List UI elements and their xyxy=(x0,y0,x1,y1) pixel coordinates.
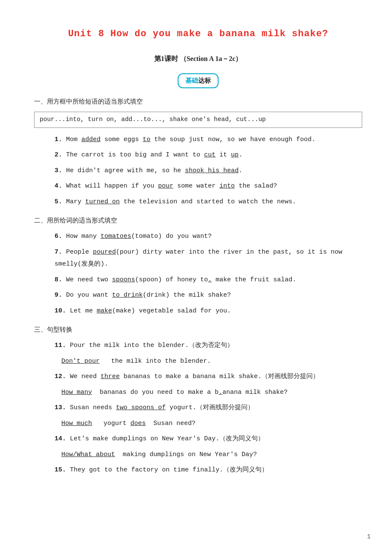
answer-line: How many bananas do you need to make a b… xyxy=(61,387,362,399)
item-num: 2. xyxy=(55,151,62,159)
page-title: Unit 8 How do you make a banana milk sha… xyxy=(34,26,362,43)
item-num: 7. xyxy=(55,249,62,256)
answer-line: Don't pour the milk into the blender. xyxy=(61,356,362,368)
list-item: 13. Susan needs two spoons of yogurt.（对画… xyxy=(44,402,362,414)
list-item: 15. They got to the factory on time fina… xyxy=(44,464,362,477)
list-item: 9. Do you want to drink(drink) the milk … xyxy=(44,289,362,302)
list-item: 12. We need three bananas to make a bana… xyxy=(44,371,362,383)
item-num: 15. xyxy=(55,466,66,474)
list-item: 11. Pour the milk into the blender.（改为否定… xyxy=(44,340,362,352)
answer-line: How/What about making dumplings on New Y… xyxy=(61,449,362,461)
section3-items: 11. Pour the milk into the blender.（改为否定… xyxy=(34,340,362,477)
list-item: 14. Let's make dumplings on New Year's D… xyxy=(44,433,362,445)
item-num: 9. xyxy=(55,292,62,299)
item-num: 1. xyxy=(55,136,62,143)
list-item: 7. People poured(pour) dirty water into … xyxy=(44,246,362,271)
list-item: 1. Mom added some eggs to the soup just … xyxy=(44,134,362,146)
list-item: 10. Let me make(make) vegetable salad fo… xyxy=(44,305,362,318)
item-num: 13. xyxy=(55,404,66,411)
list-item: 5. Mary turned on the television and sta… xyxy=(44,196,362,208)
list-item: 8. We need two spoons(spoon) of honey to… xyxy=(44,274,362,286)
item-num: 14. xyxy=(55,435,66,442)
badge-container: 基础达标 xyxy=(34,73,362,88)
item-num: 5. xyxy=(55,198,62,205)
item-num: 3. xyxy=(55,167,62,174)
badge-part1: 基 xyxy=(185,77,192,84)
badge-part3: 达标 xyxy=(198,77,211,84)
answer-line: How much yogurt does Susan need? xyxy=(61,418,362,430)
section2-heading: 二、用所给词的适当形式填空 xyxy=(34,215,362,226)
subtitle: 第1课时 （Section A 1a－2c） xyxy=(34,53,362,65)
item-num: 6. xyxy=(55,233,62,240)
badge-part2: 础 xyxy=(192,77,198,84)
item-num: 4. xyxy=(55,182,62,190)
item-num: 10. xyxy=(55,307,66,315)
item-num: 12. xyxy=(55,373,66,380)
section2-items: 6. How many tomatoes(tomato) do you want… xyxy=(34,231,362,317)
section3-heading: 三、句型转换 xyxy=(34,324,362,335)
item-num: 8. xyxy=(55,276,62,283)
list-item: 6. How many tomatoes(tomato) do you want… xyxy=(44,231,362,243)
section1-items: 1. Mom added some eggs to the soup just … xyxy=(34,134,362,208)
word-box: pour...into, turn on, add...to..., shake… xyxy=(34,112,362,127)
section1-heading: 一、用方框中所给短语的适当形式填空 xyxy=(34,96,362,107)
badge: 基础达标 xyxy=(178,73,219,88)
list-item: 4. What will happen if you pour some wat… xyxy=(44,180,362,193)
list-item: 3. He didn't agree with me, so he shook … xyxy=(44,165,362,177)
item-num: 11. xyxy=(55,342,66,349)
list-item: 2. The carrot is too big and I want to c… xyxy=(44,149,362,162)
